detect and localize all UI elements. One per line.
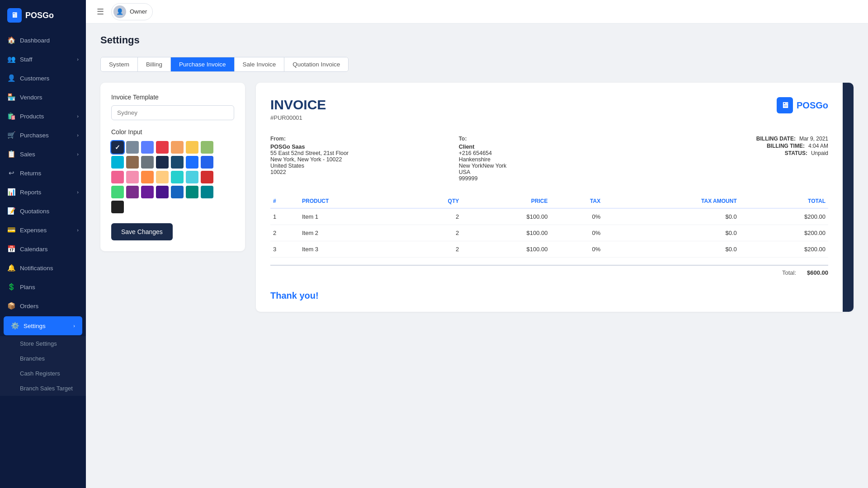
col-total: TOTAL [740, 194, 828, 208]
from-city: New York, New York - 10022 [270, 156, 452, 163]
reports-icon: 📊 [7, 188, 15, 196]
content-area: Settings System Billing Purchase Invoice… [86, 23, 868, 488]
color-swatch-18[interactable] [171, 171, 184, 183]
menu-icon[interactable]: ☰ [97, 7, 104, 17]
logo-icon: 🖥 [7, 8, 22, 23]
sidebar-item-calendars[interactable]: 📅 Calendars [0, 239, 86, 258]
save-button[interactable]: Save Changes [111, 223, 173, 240]
col-num: # [270, 194, 299, 208]
col-product: PRODUCT [299, 194, 406, 208]
billing-time-val: 4:04 AM [808, 143, 828, 149]
invoice-inner: INVOICE #PUR00001 🖥 POSGo From: POSGo Sa… [256, 83, 843, 312]
tab-sale-invoice[interactable]: Sale Invoice [235, 57, 285, 71]
sidebar-item-products[interactable]: 🛍️ Products › [0, 107, 86, 126]
cell-tax: 0% [550, 225, 603, 241]
color-swatch-1[interactable] [126, 141, 139, 154]
sidebar-item-staff[interactable]: 👥 Staff › [0, 50, 86, 69]
status-label: STATUS: [785, 150, 807, 156]
sidebar-item-dashboard[interactable]: 🏠 Dashboard [0, 31, 86, 50]
sidebar-item-sales[interactable]: 📋 Sales › [0, 145, 86, 164]
color-swatch-14[interactable] [111, 171, 124, 183]
status-val: Unpaid [811, 150, 828, 156]
color-swatch-9[interactable] [141, 156, 154, 169]
tab-quotation-invoice[interactable]: Quotation Invoice [284, 57, 348, 71]
color-swatch-16[interactable] [141, 171, 154, 183]
color-swatch-15[interactable] [126, 171, 139, 183]
to-zip: 999999 [459, 175, 640, 182]
color-swatch-22[interactable] [126, 186, 139, 198]
tab-system[interactable]: System [101, 57, 138, 71]
color-swatch-25[interactable] [171, 186, 184, 198]
calendars-icon: 📅 [7, 245, 15, 253]
cell-qty: 2 [406, 225, 462, 241]
sidebar-item-notifications[interactable]: 🔔 Notifications [0, 258, 86, 277]
cell-price: $100.00 [462, 208, 550, 225]
to-name: Client [459, 144, 640, 150]
cell-qty: 2 [406, 208, 462, 225]
color-swatch-26[interactable] [186, 186, 198, 198]
color-swatch-11[interactable] [171, 156, 184, 169]
cell-num: 1 [270, 208, 299, 225]
user-button[interactable]: 👤 Owner [111, 3, 153, 20]
color-swatch-6[interactable] [201, 141, 213, 154]
sidebar-item-reports[interactable]: 📊 Reports › [0, 183, 86, 202]
color-swatch-7[interactable] [111, 156, 124, 169]
purchases-chevron-icon: › [77, 132, 79, 138]
invoice-logo: 🖥 POSGo [777, 97, 828, 113]
settings-icon: ⚙️ [11, 322, 19, 330]
sidebar-item-plans[interactable]: 💲 Plans [0, 277, 86, 296]
from-address: 55 East 52nd Street, 21st Floor [270, 150, 452, 156]
sidebar-item-returns[interactable]: ↩ Returns [0, 164, 86, 183]
returns-icon: ↩ [7, 169, 15, 177]
invoice-logo-name: POSGo [797, 100, 828, 111]
col-tax: TAX [550, 194, 603, 208]
sidebar-sub-store-settings[interactable]: Store Settings [0, 336, 86, 351]
table-header-row: # PRODUCT QTY PRICE TAX TAX AMOUNT TOTAL [270, 194, 828, 208]
sidebar-item-settings[interactable]: ⚙️ Settings › [4, 316, 82, 335]
sidebar-label-staff: Staff [20, 56, 33, 63]
thank-you: Thank you! [270, 291, 828, 301]
sidebar-label-plans: Plans [20, 284, 35, 291]
color-swatch-2[interactable] [141, 141, 154, 154]
color-swatch-8[interactable] [126, 156, 139, 169]
template-label: Invoice Template [111, 94, 234, 101]
color-swatch-19[interactable] [186, 171, 198, 183]
app-logo[interactable]: 🖥 POSGo [0, 0, 86, 31]
sidebar-item-quotations[interactable]: 📝 Quotations [0, 202, 86, 221]
color-swatch-0[interactable] [111, 141, 124, 154]
sidebar-item-purchases[interactable]: 🛒 Purchases › [0, 126, 86, 145]
invoice-logo-icon: 🖥 [777, 97, 793, 113]
billing-time-label: BILLING TIME: [767, 143, 805, 149]
sidebar-item-vendors[interactable]: 🏪 Vendors [0, 88, 86, 107]
color-swatch-27[interactable] [201, 186, 213, 198]
color-swatch-3[interactable] [156, 141, 169, 154]
color-swatch-28[interactable] [111, 201, 124, 213]
sidebar-item-customers[interactable]: 👤 Customers [0, 69, 86, 88]
from-zip: 10022 [270, 169, 452, 175]
color-swatch-21[interactable] [111, 186, 124, 198]
color-swatch-10[interactable] [156, 156, 169, 169]
products-icon: 🛍️ [7, 112, 15, 120]
tab-purchase-invoice[interactable]: Purchase Invoice [171, 57, 235, 71]
col-tax-amount: TAX AMOUNT [603, 194, 740, 208]
color-swatch-5[interactable] [186, 141, 198, 154]
sidebar-label-settings: Settings [24, 323, 46, 329]
color-swatch-13[interactable] [201, 156, 213, 169]
sidebar-sub-cash-registers[interactable]: Cash Registers [0, 366, 86, 381]
color-swatch-23[interactable] [141, 186, 154, 198]
cell-num: 3 [270, 241, 299, 258]
sidebar-label-expenses: Expenses [20, 227, 47, 234]
sidebar-item-expenses[interactable]: 💳 Expenses › [0, 221, 86, 239]
sidebar-item-orders[interactable]: 📦 Orders [0, 296, 86, 315]
color-swatch-24[interactable] [156, 186, 169, 198]
color-swatch-4[interactable] [171, 141, 184, 154]
sidebar-sub-branch-sales-target[interactable]: Branch Sales Target [0, 381, 86, 396]
sidebar-sub-branches[interactable]: Branches [0, 351, 86, 366]
color-swatch-12[interactable] [186, 156, 198, 169]
from-name: POSGo Saas [270, 144, 452, 150]
tab-billing[interactable]: Billing [138, 57, 171, 71]
color-swatch-17[interactable] [156, 171, 169, 183]
color-swatch-20[interactable] [201, 171, 213, 183]
template-input[interactable] [111, 105, 234, 120]
to-country: USA [459, 169, 640, 175]
